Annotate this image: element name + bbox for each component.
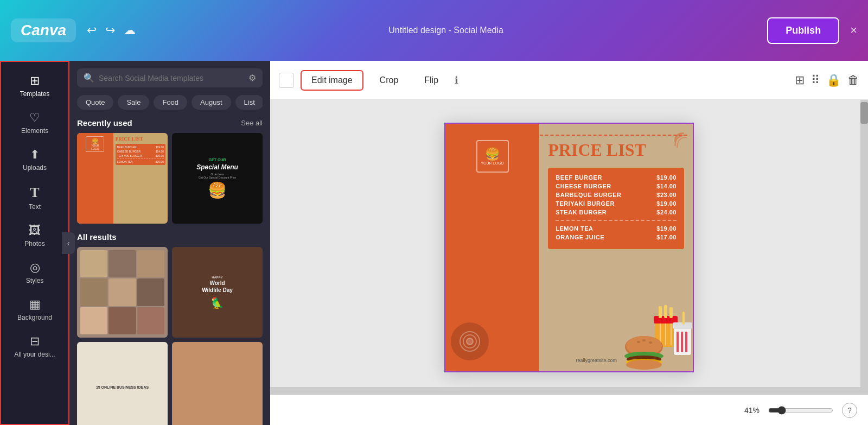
svg-point-25 — [626, 360, 662, 370]
canvas-vertical-scrollbar-thumb[interactable] — [860, 102, 868, 124]
menu-item-price: $23.00 — [656, 192, 676, 198]
sidebar-item-all-designs[interactable]: ⊟ All your desi... — [1, 328, 68, 365]
sidebar-item-background[interactable]: ▦ Background — [1, 291, 68, 328]
menu-item-3: BARBEQUE BURGER $23.00 — [556, 192, 676, 198]
design-canvas[interactable]: 🍔 YOUR LOGO — [444, 123, 694, 372]
svg-rect-6 — [664, 305, 667, 318]
svg-rect-16 — [682, 312, 685, 325]
menu-item-1: BEEF BURGER $19.00 — [556, 174, 676, 181]
result-thumb-4[interactable] — [172, 342, 263, 425]
menu-item-price: $19.00 — [656, 200, 676, 207]
cloud-save-icon[interactable]: ☁ — [124, 23, 136, 37]
menu-item-price: $24.00 — [656, 209, 676, 215]
templates-icon: ⊞ — [30, 74, 40, 88]
canvas-vertical-scrollbar[interactable] — [860, 100, 868, 395]
sidebar-item-label: Photos — [24, 240, 44, 248]
filter-toolbar-icon[interactable]: ⊞ — [795, 73, 805, 87]
pill-list[interactable]: List — [235, 95, 263, 110]
result-thumb-3[interactable]: 15 ONLINE BUSINESS IDEAS — [77, 342, 168, 425]
styles-icon: ◎ — [30, 261, 40, 275]
sidebar-item-styles[interactable]: ◎ Styles — [1, 254, 68, 291]
info-button[interactable]: ℹ — [455, 74, 458, 86]
help-button[interactable]: ? — [842, 403, 857, 418]
menu-item-name: BEEF BURGER — [556, 174, 602, 181]
menu-item-name: TERIYAKI BURGER — [556, 200, 615, 207]
close-button[interactable]: × — [850, 23, 857, 37]
svg-rect-15 — [685, 332, 687, 352]
food-image — [622, 301, 693, 371]
pill-august[interactable]: August — [192, 95, 231, 110]
filter-icon[interactable]: ⚙ — [248, 73, 256, 83]
see-all-link[interactable]: See all — [241, 119, 263, 127]
logo-text: YOUR LOGO — [481, 161, 503, 165]
menu-item-price: $19.00 — [656, 174, 676, 181]
redo-icon[interactable]: ↪ — [105, 23, 115, 37]
pill-sale[interactable]: Sale — [118, 95, 149, 110]
sidebar-item-label: Templates — [20, 90, 50, 98]
edit-image-button[interactable]: Edit image — [301, 70, 363, 91]
publish-button[interactable]: Publish — [767, 17, 839, 44]
lock-toolbar-icon[interactable]: 🔒 — [826, 73, 841, 87]
menu-box: BEEF BURGER $19.00 CHEESE BURGER $14.00 … — [548, 168, 684, 249]
recently-used-header: Recently used See all — [77, 118, 263, 128]
recently-used-title: Recently used — [77, 118, 132, 128]
background-icon: ▦ — [29, 297, 41, 312]
left-panel: 🍔 YOUR LOGO — [445, 124, 539, 371]
svg-rect-13 — [676, 332, 679, 352]
category-pills: Quote Sale Food August List › — [77, 95, 263, 110]
burger-logo-icon: 🍔 — [485, 147, 500, 161]
svg-point-19 — [637, 341, 640, 343]
all-designs-icon: ⊟ — [30, 334, 40, 348]
sidebar-item-elements[interactable]: ♡ Elements — [1, 104, 68, 141]
sidebar-item-label: Background — [17, 314, 52, 321]
zoom-slider[interactable] — [768, 406, 833, 415]
template-thumb-specialmenu[interactable]: Get Our Special Menu Order NowGet Our Sp… — [172, 133, 263, 224]
drink-item-2: ORANGE JUICE $17.00 — [556, 234, 676, 240]
zoom-bar: 41% ? — [270, 395, 868, 425]
menu-item-4: TERIYAKI BURGER $19.00 — [556, 200, 676, 207]
header-icons: ↩ ↪ ☁ — [87, 23, 136, 37]
all-results-title: All results — [77, 232, 263, 242]
svg-point-21 — [649, 341, 652, 344]
color-picker[interactable] — [279, 73, 294, 88]
drink-item-name: LEMON TEA — [556, 225, 593, 232]
undo-icon[interactable]: ↩ — [87, 23, 97, 37]
sidebar-item-label: All your desi... — [14, 351, 55, 358]
sidebar-item-label: Uploads — [23, 164, 47, 172]
canvas-horizontal-scrollbar[interactable] — [270, 387, 860, 395]
result-thumb-2[interactable]: HAPPY World Wildlife Day 🦜 — [172, 247, 263, 338]
menu-item-5: STEAK BURGER $24.00 — [556, 209, 676, 215]
sidebar-item-label: Styles — [26, 277, 44, 284]
sidebar-item-text[interactable]: T Text — [1, 178, 68, 217]
crop-button[interactable]: Crop — [370, 71, 409, 90]
text-icon: T — [30, 185, 39, 201]
result-thumb-1[interactable] — [77, 247, 168, 338]
recently-used-grid: 🍔 YOUR LOGO PRICE LIST BEEF BURGER$19.00… — [77, 133, 263, 224]
menu-divider — [556, 220, 676, 221]
grid-toolbar-icon[interactable]: ⠿ — [811, 73, 820, 87]
search-input[interactable] — [99, 74, 244, 83]
template-thumb-pricelist[interactable]: 🍔 YOUR LOGO PRICE LIST BEEF BURGER$19.00… — [77, 133, 168, 224]
sidebar-item-templates[interactable]: ⊞ Templates — [1, 67, 68, 104]
sidebar-item-uploads[interactable]: ⬆ Uploads — [1, 141, 68, 178]
canva-logo: Canva — [11, 18, 76, 42]
sidebar-item-label: Elements — [21, 127, 48, 135]
logo-placeholder: 🍔 YOUR LOGO — [476, 140, 509, 173]
svg-rect-14 — [681, 332, 683, 352]
search-icon: 🔍 — [84, 73, 94, 83]
flip-button[interactable]: Flip — [414, 71, 448, 90]
pill-food[interactable]: Food — [154, 95, 187, 110]
results-grid: HAPPY World Wildlife Day 🦜 15 ONLINE BUS… — [77, 247, 263, 425]
svg-rect-5 — [659, 306, 662, 318]
sidebar: ⊞ Templates ♡ Elements ⬆ Uploads T Text … — [0, 61, 69, 425]
price-list-design: 🍔 YOUR LOGO — [445, 124, 693, 371]
elements-icon: ♡ — [29, 111, 40, 125]
food-circle-decoration — [451, 322, 489, 360]
pill-quote[interactable]: Quote — [77, 95, 113, 110]
toolbar-right: ⊞ ⠿ 🔒 🗑 — [795, 73, 859, 87]
panel-collapse-arrow[interactable]: ‹ — [62, 232, 75, 254]
trash-toolbar-icon[interactable]: 🗑 — [847, 73, 859, 87]
drink-item-price: $19.00 — [656, 225, 676, 232]
sidebar-item-photos[interactable]: 🖼 Photos — [1, 217, 68, 254]
search-bar: 🔍 ⚙ — [77, 68, 263, 87]
